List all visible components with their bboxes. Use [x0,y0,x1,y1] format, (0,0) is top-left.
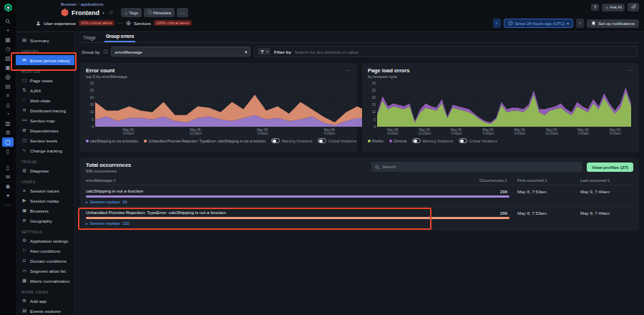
alerts-icon[interactable]: ◔ [2,110,14,119]
column-error-message[interactable]: errorMessage⇅ [86,178,464,183]
filter-funnel-button[interactable]: ▾ [258,48,270,55]
traces-icon[interactable]: ≡ [2,91,14,100]
ai-icon[interactable]: ✦ [2,191,14,200]
device-icon[interactable]: ▯ [2,163,14,173]
breadcrumb-root[interactable]: Browser [61,2,77,6]
sidebar-item-service-map[interactable]: ⊶Service map [16,115,74,125]
user-experience-alert-badge[interactable]: 20% critical alerts [79,20,114,26]
table-row[interactable]: Unhandled Promise Rejection: TypeError: … [86,206,633,228]
services-alert-badge[interactable]: 100% critical alerts [154,20,192,26]
sidebar-item-dependencies[interactable]: ⊞Dependencies [16,125,74,135]
sidebar-item-session-traces[interactable]: ≡Session traces [16,185,74,195]
security-icon[interactable]: ◙ [2,182,14,191]
occurrence-bar [86,195,509,198]
breadcrumb: Browser/applications [61,2,103,6]
sidebar-item-ajax[interactable]: ⇅AJAX [16,85,74,95]
sidebar-item-errors-inbox[interactable]: ✉Errors (errors inbox) [16,55,74,65]
session-replays-link[interactable]: ▸Session replays132 [86,221,464,226]
sidebar-item-page-views[interactable]: ▢Page views [16,75,74,85]
title-more-button[interactable]: ⋯ [177,8,188,17]
column-last-occurred[interactable]: Last occurred⇅ [570,178,633,183]
legend-label: calcShipping is not a function [90,139,138,143]
errors-inbox-icon: ✉ [21,57,27,63]
dashboards-icon[interactable]: ▧ [2,54,14,63]
sidebar-item-segment-allow-list[interactable]: ▭Segment allow list [16,266,74,276]
new-relic-logo-icon[interactable] [4,2,13,11]
tags-button[interactable]: ◇Tags [121,8,142,17]
view-profiles-button[interactable]: View profiles (27) [587,163,633,172]
session-replays-link[interactable]: ▸Session replays16 [86,200,464,204]
title-caret-icon[interactable]: ▾ [102,11,104,15]
error-message[interactable]: Unhandled Promise Rejection: TypeError: … [86,210,464,215]
breadcrumb-page[interactable]: applications [81,2,104,6]
explorer-icon[interactable] [2,72,14,82]
sidebar-item-web-vitals[interactable]: ♡Web vitals [16,95,74,105]
legend-item[interactable]: Chrome [389,139,406,143]
favorite-star-icon[interactable]: ☆ [109,9,114,16]
chart-subtitle: top 5 by errorMessage [86,74,127,79]
tab-group-errors[interactable]: Group errors [104,34,135,42]
add-icon[interactable]: + [2,26,14,35]
toggle-switch-icon[interactable] [318,138,326,143]
toggle-critical-violations[interactable]: Critical Violations [459,138,497,143]
sidebar-item-summary[interactable]: ▤Summary [16,35,74,45]
sidebar-item-browsers[interactable]: ▣Browsers [16,205,74,215]
logs-icon[interactable]: ▤ [2,82,14,91]
sidebar-item-service-levels[interactable]: ◫Service levels [16,135,74,145]
toggle-switch-icon[interactable] [459,138,467,143]
legend-item[interactable]: Firefox [368,139,384,143]
time-next-button[interactable]: › [576,19,584,28]
table-search-input[interactable] [382,165,579,169]
sidebar-item-add-app[interactable]: ⊞Add app [16,296,74,306]
time-prev-button[interactable]: ‹ [493,19,501,28]
permalink-button[interactable] [628,3,639,11]
sidebar-item-alert-conditions[interactable]: ⚐Alert conditions [16,246,74,256]
info-icon[interactable]: ⓘ [103,49,107,55]
error-message[interactable]: calcShipping is not a function [86,188,464,193]
filter-search-input[interactable] [295,49,634,54]
sidebar-item-events-explorer[interactable]: ▤Events explorer [16,306,74,315]
search-icon[interactable] [2,16,14,26]
sidebar-item-diagnose[interactable]: ◍Diagnose [16,165,74,175]
sidebar-item-distributed-tracing[interactable]: ≋Distributed tracing [16,105,74,115]
user-experience-label[interactable]: User experience [44,21,76,26]
sidebar-item-domain-conditions[interactable]: ⊙Domain conditions [16,256,74,266]
toggle-warning-violations[interactable]: Warning Violations [412,138,453,143]
sidebar-item-session-replay[interactable]: ▶Session replay [16,195,74,205]
metadata-button[interactable]: ⓘMetadata [144,8,175,17]
settings-icon[interactable]: ⚙ [2,128,14,137]
help-button[interactable]: ? [591,4,599,11]
set-up-notifications-button[interactable]: Set up notifications [587,19,639,28]
time-picker[interactable]: Since 24 hours ago (UTC) ▾ [504,19,574,28]
paperclip-icon [630,4,636,10]
sidebar-item-geography[interactable]: ⊕Geography [16,215,74,226]
browse-data-icon[interactable]: ▣ [2,63,14,72]
geography-icon: ⊕ [21,218,27,223]
table-row[interactable]: calcShipping is not a function▸Session r… [86,185,633,206]
recents-icon[interactable]: ◷ [2,44,14,54]
services-label[interactable]: Services [134,21,151,26]
toggle-critical-violations[interactable]: Critical Violations [318,138,356,143]
browser-monitoring-icon[interactable]: ▢ [2,137,14,147]
inbox-icon[interactable]: ✉ [2,173,14,182]
overview-icon[interactable]: ▦ [2,35,14,44]
sidebar-item-application-settings[interactable]: ⚙Application settings [16,236,74,246]
column-first-occurred[interactable]: First occurred⇅ [507,178,570,183]
sidebar-item-change-tracking[interactable]: ∿Change tracking [16,145,74,155]
legend-item[interactable]: calcShipping is not a function [86,139,138,143]
toggle-switch-icon[interactable] [412,138,421,143]
more-icon[interactable]: ⋯ [2,200,14,210]
toggle-warning-violations[interactable]: Warning Violations [271,138,312,143]
tab-triage[interactable]: Triage [82,35,97,42]
group-by-select[interactable]: errorMessage ▾ [111,47,250,57]
mobile-monitoring-icon[interactable]: ▯ [2,147,14,156]
entities-icon[interactable]: ▥ [2,119,14,128]
ask-ai-button[interactable]: ✧ Ask AI [602,4,625,11]
toggle-switch-icon[interactable] [271,138,280,143]
legend-item[interactable]: Unhandled Promise Rejection: TypeError: … [144,139,265,143]
chart-menu-button[interactable]: … [346,67,351,72]
workloads-icon[interactable]: ◬ [2,100,14,110]
chart-menu-button[interactable]: … [628,67,633,72]
column-occurrences[interactable]: Occurrences⇅ [464,178,507,183]
sidebar-item-metric-normalization[interactable]: ▦Metric normalization [16,276,74,286]
